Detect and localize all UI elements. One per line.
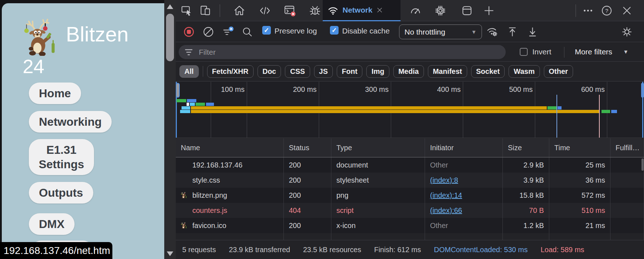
summary-finish: Finish: 612 ms xyxy=(374,246,421,254)
scroll-up-arrow-icon[interactable] xyxy=(167,4,173,9)
request-initiator-cell: Other xyxy=(425,218,503,233)
request-time-cell: 21 ms xyxy=(549,218,611,233)
invert-label[interactable]: Invert xyxy=(532,48,551,56)
preserve-log-label[interactable]: Preserve log xyxy=(274,27,317,35)
filter-row-divider xyxy=(564,47,564,58)
table-scrollbar-thumb[interactable] xyxy=(641,158,644,171)
throttling-dropdown[interactable]: No throttling ▼ xyxy=(399,24,482,39)
browser-page: Blitzen 24 HomeNetworkingE1.31 SettingsO… xyxy=(0,0,164,259)
column-header-initiator[interactable]: Initiator xyxy=(425,138,503,157)
page-scrollbar[interactable] xyxy=(164,0,176,259)
table-row[interactable]: style.css200stylesheet(index):83.9 kB36 … xyxy=(176,173,644,188)
column-header-type[interactable]: Type xyxy=(331,138,425,157)
type-filter-manifest[interactable]: Manifest xyxy=(428,65,467,78)
type-filter-css[interactable]: CSS xyxy=(285,65,310,78)
more-filters-button[interactable]: More filters xyxy=(575,48,612,56)
inspector-code-icon[interactable] xyxy=(259,5,271,17)
request-initiator-cell[interactable]: (index):66 xyxy=(425,203,503,218)
clear-filters-icon[interactable] xyxy=(222,26,234,38)
file-thumbnail-icon xyxy=(180,222,187,229)
export-har-icon[interactable] xyxy=(527,26,538,38)
clear-requests-icon[interactable] xyxy=(202,26,214,38)
column-header-fulfilled[interactable]: Fulfill… xyxy=(611,138,644,157)
table-row[interactable]: favicon.ico200x-iconOther1.2 kB21 ms xyxy=(176,218,644,233)
page-title: Blitzen xyxy=(66,22,129,46)
request-fulfilled-cell xyxy=(611,173,644,188)
table-row[interactable]: 192.168.137.46200documentOther2.9 kB25 m… xyxy=(176,157,644,173)
selection-left-handle[interactable] xyxy=(176,83,180,98)
type-filter-doc[interactable]: Doc xyxy=(258,65,281,78)
waterfall-bar-green xyxy=(547,106,557,110)
waterfall-bar-cyan xyxy=(182,106,190,110)
waterfall-minimap[interactable]: 100 ms200 ms300 ms400 ms500 ms600 ms xyxy=(176,82,644,138)
add-tab-plus-icon[interactable] xyxy=(483,5,495,17)
table-filler-row xyxy=(176,233,644,240)
more-options-icon[interactable] xyxy=(582,5,594,17)
scrollbar-thumb[interactable] xyxy=(166,14,174,61)
type-filter-media[interactable]: Media xyxy=(393,65,424,78)
responsive-design-icon[interactable] xyxy=(200,5,211,17)
chevron-down-icon[interactable]: ▼ xyxy=(623,49,629,55)
storage-icon[interactable] xyxy=(461,5,473,17)
filter-input[interactable] xyxy=(198,48,500,57)
type-filter-font[interactable]: Font xyxy=(337,65,362,78)
network-conditions-icon[interactable] xyxy=(486,26,498,38)
waterfall-bar-green xyxy=(601,110,610,113)
type-filter-socket[interactable]: Socket xyxy=(471,65,505,78)
nav-pill-e1-31-settings[interactable]: E1.31 Settings xyxy=(29,139,94,175)
waterfall-bar-green xyxy=(176,99,186,102)
nav-pill-home[interactable]: Home xyxy=(29,82,81,104)
nav-pill-networking[interactable]: Networking xyxy=(29,111,112,133)
record-stop-icon[interactable] xyxy=(183,26,195,38)
help-icon[interactable]: ? xyxy=(601,5,613,17)
request-size-cell: 2.9 kB xyxy=(503,157,549,173)
filter-input-wrap[interactable] xyxy=(179,45,506,59)
selection-right-handle[interactable] xyxy=(641,83,644,98)
nav-pill-dmx[interactable]: DMX xyxy=(29,213,75,235)
type-filter-other[interactable]: Other xyxy=(544,65,573,78)
type-filter-img[interactable]: Img xyxy=(366,65,389,78)
debugger-bug-icon[interactable] xyxy=(309,5,321,17)
summary-request-count: 5 requests xyxy=(182,246,216,254)
type-filter-js[interactable]: JS xyxy=(314,65,333,78)
request-time-cell: 25 ms xyxy=(549,157,611,173)
request-initiator-cell[interactable]: (index):14 xyxy=(425,188,503,203)
preserve-log-checkbox[interactable]: ✓ xyxy=(262,26,271,35)
pick-element-icon[interactable] xyxy=(181,5,193,17)
type-filter-all[interactable]: All xyxy=(179,65,199,78)
type-filter-wasm[interactable]: Wasm xyxy=(509,65,540,78)
type-filter-fetch-xhr[interactable]: Fetch/XHR xyxy=(207,65,254,78)
column-header-name[interactable]: Name xyxy=(176,138,284,157)
close-devtools-icon[interactable] xyxy=(621,5,633,17)
column-header-status[interactable]: Status xyxy=(284,138,331,157)
memory-chip-icon[interactable] xyxy=(434,5,446,17)
console-icon[interactable] xyxy=(284,5,296,17)
nav-pill-outputs[interactable]: Outputs xyxy=(29,182,93,204)
column-header-time[interactable]: Time xyxy=(549,138,611,157)
performance-gauge-icon[interactable] xyxy=(410,5,421,17)
throttling-value: No throttling xyxy=(404,28,445,36)
column-header-size[interactable]: Size xyxy=(503,138,549,157)
network-settings-gear-icon[interactable] xyxy=(621,26,633,38)
home-icon[interactable] xyxy=(233,5,245,17)
import-har-icon[interactable] xyxy=(506,26,518,38)
request-status-cell: 200 xyxy=(284,218,331,233)
search-icon[interactable] xyxy=(241,26,253,38)
waterfall-bar-blue xyxy=(187,99,196,102)
table-row[interactable]: blitzen.png200png(index):1415.8 kB572 ms xyxy=(176,188,644,203)
request-fulfilled-cell xyxy=(611,218,644,233)
disable-cache-label[interactable]: Disable cache xyxy=(342,27,390,35)
table-row[interactable]: counters.js404script(index):6670 B510 ms xyxy=(176,203,644,218)
invert-checkbox[interactable] xyxy=(520,48,528,56)
request-status-cell: 200 xyxy=(284,157,331,173)
request-rows: 192.168.137.46200documentOther2.9 kB25 m… xyxy=(176,157,644,233)
tab-network[interactable]: Network xyxy=(323,0,401,21)
disable-cache-checkbox[interactable]: ✓ xyxy=(330,26,339,35)
tab-close-icon[interactable] xyxy=(376,6,383,14)
scroll-down-arrow-icon[interactable] xyxy=(167,251,173,256)
file-thumbnail-icon xyxy=(180,192,187,198)
chevron-down-icon: ▼ xyxy=(471,29,477,35)
request-initiator-cell[interactable]: (index):8 xyxy=(425,173,503,188)
request-initiator-cell: Other xyxy=(425,157,503,173)
request-fulfilled-cell xyxy=(611,188,644,203)
